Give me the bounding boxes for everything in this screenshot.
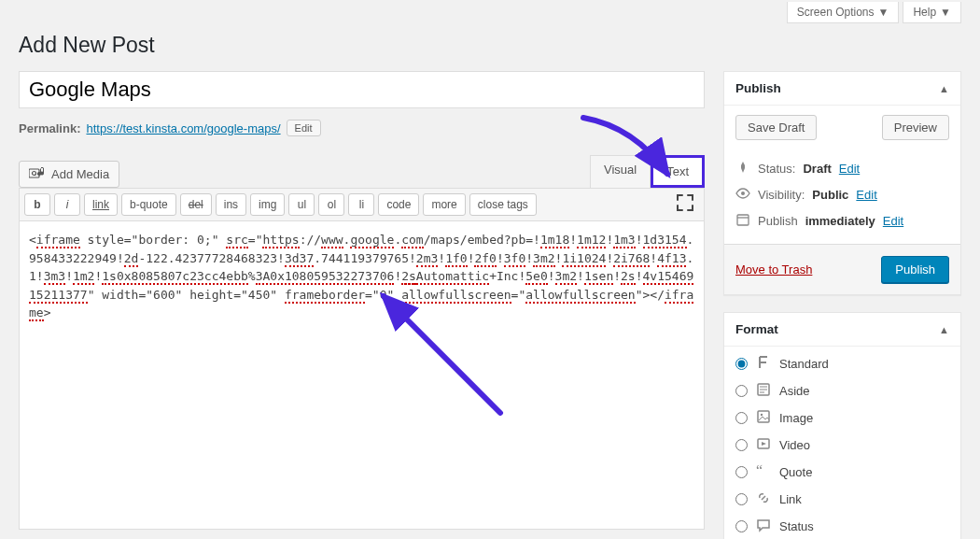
permalink-row: Permalink: https://test.kinsta.com/googl… <box>19 120 705 136</box>
link-button[interactable]: link <box>84 193 118 216</box>
format-radio[interactable] <box>735 385 748 397</box>
aside-icon <box>755 382 772 400</box>
svg-point-1 <box>33 172 36 176</box>
svg-point-10 <box>761 414 763 416</box>
li-button[interactable]: li <box>348 193 374 216</box>
visual-tab[interactable]: Visual <box>590 155 651 188</box>
quote-icon: “ <box>755 463 772 481</box>
publish-metabox: Publish ▲ Save Draft Preview Status: Dra… <box>723 71 961 295</box>
editor-toolbar: b i link b-quote del ins img ul ol li co… <box>19 188 705 221</box>
code-editor-area[interactable]: <iframe style="border: 0;" src="https://… <box>19 221 705 530</box>
image-icon <box>755 409 772 427</box>
more-button[interactable]: more <box>423 193 465 216</box>
permalink-edit-button[interactable]: Edit <box>287 120 321 136</box>
format-option-standard[interactable]: Standard <box>735 350 949 377</box>
eye-icon <box>735 188 750 202</box>
ol-button[interactable]: ol <box>318 193 344 216</box>
pin-icon <box>735 161 750 177</box>
format-radio[interactable] <box>735 466 748 478</box>
close-tags-button[interactable]: close tags <box>469 193 537 216</box>
ins-button[interactable]: ins <box>216 193 246 216</box>
ul-button[interactable]: ul <box>288 193 315 216</box>
format-option-image[interactable]: Image <box>735 404 949 432</box>
help-tab[interactable]: Help ▼ <box>903 2 961 23</box>
format-option-video[interactable]: Video <box>735 432 949 459</box>
format-radio[interactable] <box>735 358 748 370</box>
svg-text:“: “ <box>756 463 763 478</box>
collapse-toggle[interactable]: ▲ <box>939 324 949 335</box>
bold-button[interactable]: b <box>24 193 50 216</box>
standard-icon <box>755 355 772 373</box>
post-title-input[interactable] <box>19 71 705 108</box>
chevron-down-icon: ▼ <box>878 6 889 19</box>
page-title: Add New Post <box>19 33 961 58</box>
code-button[interactable]: code <box>378 193 419 216</box>
move-to-trash-link[interactable]: Move to Trash <box>735 262 812 277</box>
calendar-icon <box>735 213 750 229</box>
fullscreen-icon[interactable] <box>671 194 699 215</box>
format-option-status[interactable]: Status <box>735 513 949 539</box>
publish-button[interactable]: Publish <box>881 256 949 283</box>
add-media-button[interactable]: Add Media <box>19 161 119 188</box>
svg-rect-3 <box>737 215 749 225</box>
italic-button[interactable]: i <box>54 193 80 216</box>
preview-button[interactable]: Preview <box>882 115 949 140</box>
svg-point-2 <box>741 191 745 195</box>
text-tab[interactable]: Text <box>651 155 705 188</box>
chevron-down-icon: ▼ <box>940 6 951 19</box>
format-option-aside[interactable]: Aside <box>735 377 949 404</box>
format-metabox: Format ▲ StandardAsideImageVideo“QuoteLi… <box>723 312 961 539</box>
permalink-url[interactable]: https://test.kinsta.com/google-maps/ <box>86 121 280 135</box>
format-option-quote[interactable]: “Quote <box>735 459 949 486</box>
bquote-button[interactable]: b-quote <box>121 193 176 216</box>
format-radio[interactable] <box>735 520 748 532</box>
status-edit-link[interactable]: Edit <box>839 162 860 176</box>
camera-music-icon <box>29 166 46 182</box>
collapse-toggle[interactable]: ▲ <box>939 83 949 94</box>
img-button[interactable]: img <box>250 193 285 216</box>
status-icon <box>755 518 772 535</box>
svg-rect-9 <box>758 411 769 422</box>
schedule-edit-link[interactable]: Edit <box>883 214 903 228</box>
format-radio[interactable] <box>735 412 748 424</box>
format-radio[interactable] <box>735 439 748 451</box>
format-option-link[interactable]: Link <box>735 486 949 513</box>
save-draft-button[interactable]: Save Draft <box>735 115 817 140</box>
video-icon <box>755 436 772 454</box>
screen-options-tab[interactable]: Screen Options ▼ <box>787 2 900 23</box>
visibility-edit-link[interactable]: Edit <box>856 188 876 202</box>
link-icon <box>755 490 772 508</box>
format-radio[interactable] <box>735 493 748 505</box>
del-button[interactable]: del <box>180 193 212 216</box>
